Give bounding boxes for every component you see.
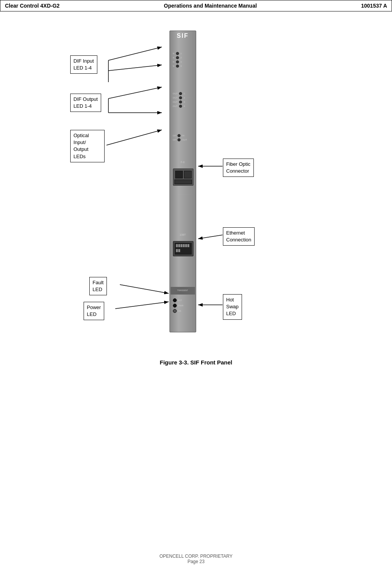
bottom-leds: FLT PWR HS [173, 298, 184, 313]
footer-line1: OPENCELL CORP. PROPRIETARY [0, 554, 392, 559]
callout-fault: FaultLED [89, 277, 107, 295]
led-row: N 3 [173, 60, 182, 63]
fo-label: F-0 [170, 161, 196, 164]
header-product: Clear Control 4XD-G2 [5, 3, 60, 9]
led-dot [177, 138, 181, 141]
header-title: Operations and Maintenance Manual [164, 3, 257, 9]
fiber-inner-right [184, 171, 192, 178]
flt-led-row: FLT [173, 298, 184, 302]
fiber-inner-left [175, 171, 183, 178]
page-footer: OPENCELL CORP. PROPRIETARY Page 23 [0, 546, 392, 570]
eth-pin [178, 244, 180, 247]
ethernet-pins [175, 243, 192, 254]
hs-led [173, 309, 177, 313]
flt-led [173, 298, 177, 302]
eth-pin [176, 244, 178, 247]
led-dot [176, 65, 179, 68]
eth-pin [185, 244, 187, 247]
header-docnum: 1001537 A [361, 3, 387, 9]
svg-line-3 [108, 87, 162, 99]
eth-pin [181, 244, 182, 247]
svg-line-0 [108, 47, 162, 60]
led-dot [177, 134, 181, 137]
callout-ethernet-text: EthernetConnection [226, 230, 252, 243]
led-row: N 1 [173, 52, 182, 55]
callout-hotswap-text: HotSwapLED [226, 297, 239, 316]
svg-line-10 [115, 302, 169, 309]
page-header: Clear Control 4XD-G2 Operations and Main… [0, 0, 392, 11]
fiber-base [174, 180, 192, 184]
callout-hotswap: HotSwapLED [223, 294, 242, 320]
svg-line-6 [106, 130, 162, 145]
callout-fiber: Fiber OpticConnector [223, 159, 254, 177]
led-dot [176, 52, 179, 55]
eth-pin [176, 249, 178, 252]
led-dot [176, 60, 179, 63]
sif-panel: SIF N 1 N 2 N 3 N [169, 31, 196, 332]
led-row: OUT 3 [173, 100, 185, 104]
led-dot [179, 105, 182, 108]
led-row: OP IN [173, 134, 187, 137]
footer-line2: Page 23 [0, 559, 392, 564]
eth-pin [178, 249, 180, 252]
callout-fiber-text: Fiber OpticConnector [226, 161, 251, 174]
led-row: N 2 [173, 56, 182, 59]
led-dot [179, 92, 182, 95]
diagram-container: SIF N 1 N 2 N 3 N [24, 19, 368, 348]
callout-optical-text: OpticalInput/OutputLEDs [74, 133, 89, 159]
page-content: SIF N 1 N 2 N 3 N [0, 11, 392, 381]
callout-dif-output: DIF OutputLED 1-4 [70, 94, 102, 112]
led-row: N 4 [173, 65, 182, 68]
dif-input-leds: N 1 N 2 N 3 N 4 [173, 52, 182, 68]
led-row: OUT 4 [173, 105, 185, 108]
bt-label: 10BT [170, 233, 196, 236]
callout-power: PowerLED [84, 302, 105, 320]
led-dot [176, 56, 179, 59]
led-row: OUT 1 [173, 92, 185, 95]
svg-line-1 [108, 65, 162, 71]
optical-leds: OP IN OP OUT [173, 134, 187, 141]
pwr-led-row: PWR [173, 304, 184, 308]
eth-pin [187, 244, 189, 247]
svg-line-8 [198, 235, 223, 239]
callout-dif-output-text: DIF OutputLED 1-4 [74, 96, 98, 109]
led-dot [179, 96, 182, 99]
callout-dif-input-text: DIF InputLED 1-4 [74, 58, 94, 71]
panel-title: SIF [170, 31, 196, 39]
dif-output-leds: OUT 1 OUT 2 OUT 3 OUT 4 [173, 92, 185, 108]
callout-optical: OpticalInput/OutputLEDs [70, 130, 105, 162]
hs-led-row: HS [173, 309, 184, 313]
led-dot [179, 100, 182, 104]
manufacturer-label: TRANSIENT [171, 287, 195, 295]
svg-line-9 [120, 285, 169, 293]
callout-dif-input: DIF InputLED 1-4 [70, 55, 97, 74]
fiber-optic-connector [173, 168, 194, 186]
led-row: OUT 2 [173, 96, 185, 99]
callout-ethernet: EthernetConnection [223, 227, 255, 246]
ethernet-port [173, 241, 194, 256]
callout-power-text: PowerLED [87, 304, 101, 317]
pwr-led [173, 304, 177, 308]
led-row: OP OUT [173, 138, 187, 141]
eth-pin [183, 244, 185, 247]
figure-caption: Figure 3-3. SIF Front Panel [160, 359, 232, 366]
callout-fault-text: FaultLED [93, 280, 104, 292]
